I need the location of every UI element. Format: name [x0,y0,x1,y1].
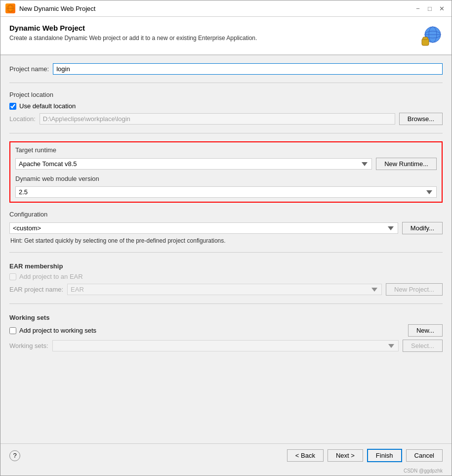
header-description: Create a standalone Dynamic Web project … [9,35,419,42]
use-default-location-row: Use default location [9,102,443,110]
web-module-version-row: 2.5 [15,186,437,198]
title-bar-left: New Dynamic Web Project [5,3,95,13]
add-to-working-sets-checkbox[interactable] [9,327,16,334]
location-input [40,113,395,125]
finish-button[interactable]: Finish [367,449,402,462]
project-location-section: Project location Use default location Lo… [9,91,443,125]
target-runtime-select[interactable]: Apache Tomcat v8.5 [15,158,372,170]
highlight-box: Target runtime Apache Tomcat v8.5 New Ru… [9,141,443,203]
ear-membership-section: EAR membership Add project to an EAR EAR… [9,260,443,296]
separator-3 [9,252,443,253]
title-bar: New Dynamic Web Project − □ ✕ [0,0,452,17]
add-to-working-sets-label: Add project to working sets [19,327,96,334]
use-default-location-checkbox[interactable] [9,103,16,110]
working-sets-select [52,340,399,351]
new-runtime-button[interactable]: New Runtime... [376,158,437,170]
add-to-ear-checkbox[interactable] [9,273,16,280]
footer-left: ? [9,450,20,461]
modify-button[interactable]: Modify... [402,222,443,234]
hint-text: Hint: Get started quickly by selecting o… [9,237,443,244]
add-to-working-sets-row: Add project to working sets [9,327,96,334]
web-module-version-label: Dynamic web module version [15,175,437,182]
minimize-button[interactable]: − [413,3,423,13]
target-runtime-label: Target runtime [15,146,437,154]
configuration-label: Configuration [9,211,443,218]
header-text-block: Dynamic Web Project Create a standalone … [9,24,419,42]
location-row: Location: Browse... [9,113,443,125]
header-section: Dynamic Web Project Create a standalone … [0,17,452,55]
footer: ? < Back Next > Finish Cancel [0,443,452,467]
target-runtime-row: Apache Tomcat v8.5 New Runtime... [15,158,437,170]
configuration-section: Configuration <custom> Modify... Hint: G… [9,211,443,244]
cancel-button[interactable]: Cancel [406,449,443,462]
separator-2 [9,133,443,133]
ear-project-name-row: EAR project name: EAR New Project... [9,283,443,296]
content-area: Project name: Project location Use defau… [0,55,452,402]
add-to-ear-label: Add project to an EAR [19,273,83,280]
location-label: Location: [9,115,36,123]
configuration-row: <custom> Modify... [9,222,443,234]
svg-rect-8 [423,37,428,40]
project-name-row: Project name: [9,63,443,75]
web-module-version-section: Dynamic web module version 2.5 [15,175,437,198]
dialog-title: New Dynamic Web Project [19,5,95,12]
next-button[interactable]: Next > [328,449,363,462]
footer-right: < Back Next > Finish Cancel [287,449,443,462]
separator-4 [9,303,443,304]
watermark: CSDN @ggdpzhk [0,467,452,476]
working-sets-field-label: Working sets: [9,342,48,349]
working-sets-section: Working sets Add project to working sets… [9,312,443,352]
header-title: Dynamic Web Project [9,24,419,32]
select-button[interactable]: Select... [403,340,443,352]
dialog-window: New Dynamic Web Project − □ ✕ Dynamic We… [0,0,452,476]
maximize-button[interactable]: □ [425,3,435,13]
target-runtime-section: Target runtime Apache Tomcat v8.5 New Ru… [15,146,437,170]
ear-project-name-select: EAR [67,284,382,295]
project-location-label: Project location [9,91,443,98]
add-to-ear-row: Add project to an EAR [9,273,443,280]
project-name-label: Project name: [9,65,49,73]
ear-membership-title: EAR membership [9,262,443,270]
working-sets-field-row: Working sets: Select... [9,340,443,352]
dialog-icon [5,3,15,13]
project-name-input[interactable] [53,63,443,75]
browse-button[interactable]: Browse... [399,113,443,125]
new-project-button[interactable]: New Project... [386,283,443,296]
new-working-set-button[interactable]: New... [408,324,443,337]
working-sets-row: Add project to working sets New... [9,324,443,337]
separator-1 [9,83,443,83]
title-controls: − □ ✕ [413,3,447,13]
use-default-location-label: Use default location [19,102,76,110]
configuration-select[interactable]: <custom> [9,222,398,234]
spacer [0,402,452,444]
web-module-version-select[interactable]: 2.5 [15,186,437,198]
back-button[interactable]: < Back [287,449,324,462]
globe-icon [419,24,443,47]
help-button[interactable]: ? [9,450,20,461]
close-button[interactable]: ✕ [437,3,447,13]
ear-project-name-label: EAR project name: [9,286,63,293]
working-sets-title: Working sets [9,314,443,321]
